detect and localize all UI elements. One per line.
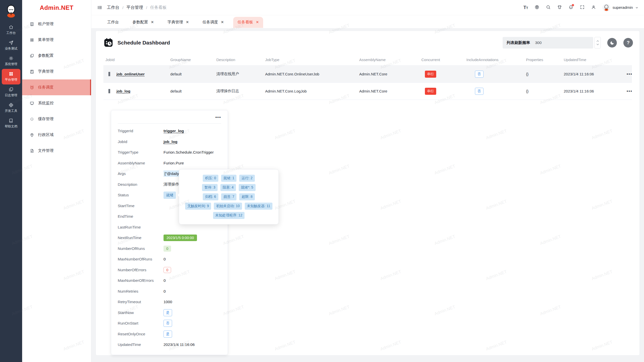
rail-item-help-docs[interactable]: 帮助文档 [2, 116, 20, 131]
status-legend-badge: 无触发时间: 9 [185, 203, 211, 210]
next-run-tag: 2023/1/5 0:00:00 [164, 235, 197, 241]
detail-field-label: Description [118, 182, 164, 187]
close-icon[interactable]: ✕ [256, 20, 259, 24]
rail-item-label: 系统管理 [5, 62, 17, 66]
sidebar-item-system-monitor[interactable]: 系统监控 [22, 95, 91, 111]
rail-item-log-mgmt[interactable]: 日志管理 [2, 84, 20, 100]
description-cell: 清理操作日志 [216, 89, 265, 94]
status-tag[interactable]: 就绪 [164, 192, 176, 199]
sidebar-item-label: 行政区域 [38, 132, 54, 138]
column-header: JobId [103, 58, 170, 62]
user-icon[interactable] [591, 5, 596, 11]
notification-dot [572, 4, 574, 6]
rail-item-label: 开发工具 [5, 109, 17, 113]
detail-field-row: RunOnStart 否 [118, 318, 221, 329]
avatar[interactable] [602, 4, 610, 12]
sidebar-item-file-mgmt[interactable]: 文件管理 [22, 143, 91, 159]
rail-item-business-test[interactable]: 业务测试 [2, 38, 20, 53]
row-more-button[interactable]: ••• [627, 89, 632, 93]
sidebar-item-dict-mgmt[interactable]: 字典管理 [22, 64, 91, 79]
errors-count-tag: 0 [164, 267, 171, 273]
tab-label: 参数配置 [133, 20, 148, 25]
column-header: Properties [526, 58, 564, 62]
refresh-rate-label: 列表刷新频率 [507, 40, 530, 46]
refresh-rate-input[interactable]: 列表刷新频率 300 [503, 37, 593, 49]
map-pin-icon [30, 133, 34, 137]
breadcrumb-item[interactable]: 平台管理 [127, 5, 143, 10]
status-legend-badge: 崩溃: 7 [221, 193, 237, 200]
stepper-down-icon[interactable] [596, 43, 599, 45]
tab-param-config[interactable]: 参数配置 ✕ [128, 17, 158, 28]
job-id-link[interactable]: job_onlineUser [116, 72, 145, 76]
bell-icon[interactable] [569, 5, 573, 11]
collapse-menu-icon[interactable] [97, 5, 102, 10]
breadcrumb: 工作台/平台管理/任务看板 [107, 5, 167, 10]
sidebar-item-cache-mgmt[interactable]: 缓存管理 [22, 111, 91, 127]
breadcrumb-separator: / [146, 6, 147, 10]
close-icon[interactable]: ✕ [151, 20, 154, 24]
copy-icon [30, 54, 34, 58]
detail-field-row: MaxNumberOfErrors 0 [118, 275, 221, 286]
detail-link[interactable]: trigger_log [164, 129, 184, 133]
tab-workbench[interactable]: 工作台 [103, 17, 123, 28]
detail-field-label: Args [118, 171, 164, 176]
tab-task-dashboard[interactable]: 任务看板 ✕ [233, 17, 263, 28]
rail-item-platform-mgmt[interactable]: 平台管理 [2, 69, 20, 84]
include-annotations-tag: 否 [475, 88, 484, 95]
status-legend-badge: 初始未启动: 10 [214, 203, 242, 210]
row-more-button[interactable]: ••• [627, 72, 632, 76]
sidebar-item-label: 系统监控 [38, 101, 54, 106]
user-menu[interactable]: superadmin [602, 4, 638, 12]
tab-bar: 工作台 参数配置 ✕ 字典管理 ✕ 任务调度 ✕ 任务看板 ✕ [91, 15, 644, 28]
sidebar-item-param-config[interactable]: 参数配置 [22, 48, 91, 64]
search-icon[interactable] [546, 5, 551, 11]
detail-field-label: UpdatedTime [118, 342, 164, 347]
cpu-icon [9, 103, 14, 108]
detail-field-label: StartTime [118, 204, 164, 208]
theme-icon[interactable] [557, 5, 562, 11]
sidebar-item-task-schedule[interactable]: 任务调度 [22, 79, 91, 95]
refresh-rate-value[interactable]: 300 [535, 40, 542, 45]
jobs-table: JobIdGroupNameDescriptionJobTypeAssembly… [103, 54, 632, 100]
stepper-up-icon[interactable] [596, 40, 599, 42]
fullscreen-icon[interactable] [580, 5, 585, 11]
tab-label: 任务调度 [203, 20, 218, 25]
tab-dict-mgmt[interactable]: 字典管理 ✕ [163, 17, 193, 28]
status-legend-badge: 超限: 8 [239, 193, 255, 200]
detail-field-label: Status [118, 193, 164, 197]
language-icon[interactable] [535, 5, 539, 11]
app-logo-mascot[interactable] [0, 0, 22, 22]
help-button[interactable]: ? [623, 38, 633, 48]
sidebar-item-label: 参数配置 [38, 53, 54, 58]
brand-logo-text: Admin.NET [22, 0, 91, 16]
rail-item-workbench[interactable]: 工作台 [2, 22, 20, 38]
detail-field-label: EndTime [118, 214, 164, 219]
username[interactable]: superadmin [613, 5, 633, 10]
sidebar-item-admin-region[interactable]: 行政区域 [22, 127, 91, 143]
schedule-dashboard-icon [103, 38, 113, 48]
detail-more-button[interactable]: ••• [118, 114, 221, 121]
detail-field-row: NumberOfErrors 0 [118, 265, 221, 276]
close-icon[interactable]: ✕ [221, 20, 224, 24]
caret-down-icon [108, 89, 110, 93]
include-annotations-tag: 否 [475, 71, 484, 78]
refresh-rate-stepper[interactable] [594, 37, 601, 49]
font-size-icon[interactable]: TT [524, 5, 528, 10]
status-legend-tooltip: 积压: 0就绪: 1运行: 2 暂停: 3阻塞: 4就绪*: 5 归档: 6崩溃… [179, 169, 279, 224]
timer-toggle-button[interactable] [607, 38, 617, 48]
detail-field-row: NextRunTime 2023/1/5 0:00:00 [118, 233, 221, 243]
breadcrumb-item[interactable]: 工作台 [107, 5, 119, 10]
sidebar-item-menu-mgmt[interactable]: 菜单管理 [22, 32, 91, 48]
job-id-link[interactable]: job_log [116, 89, 130, 93]
sidebar-item-tenant-mgmt[interactable]: 租户管理 [22, 16, 91, 32]
close-icon[interactable]: ✕ [186, 20, 189, 24]
detail-link[interactable]: job_log [164, 140, 177, 144]
sidebar-item-label: 字典管理 [38, 69, 54, 74]
sidebar: Admin.NET 租户管理 菜单管理 参数配置 字典管理 任务调度 系统监控 … [22, 0, 91, 362]
rail-item-system-mgmt[interactable]: 系统管理 [2, 53, 20, 69]
main-content: Schedule Dashboard 列表刷新频率 300 ? JobIdGro… [91, 28, 644, 362]
rail-item-dev-tools[interactable]: 开发工具 [2, 100, 20, 116]
updated-time-cell: 2023/1/4 11:16:06 [564, 89, 627, 93]
rail-item-label: 业务测试 [5, 47, 17, 51]
tab-task-schedule[interactable]: 任务调度 ✕ [198, 17, 228, 28]
